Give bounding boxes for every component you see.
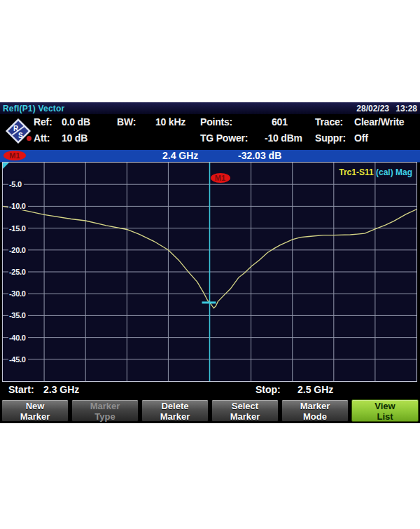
softkey-marker-mode[interactable]: MarkerMode	[281, 399, 349, 422]
softkey-label-line2: Mode	[282, 411, 348, 422]
softkey-new-marker[interactable]: NewMarker	[1, 399, 69, 422]
stop-label: Stop:	[255, 384, 281, 395]
bw-value: 10 kHz	[155, 116, 186, 128]
y-tick-label: -30.0	[8, 289, 28, 298]
y-tick-label: -25.0	[8, 268, 28, 276]
softkey-label-line1: Marker	[282, 401, 348, 411]
time-display: 13:28	[396, 104, 417, 114]
y-tick-label: -45.0	[8, 355, 28, 364]
marker-badge: M1	[4, 151, 26, 160]
tg-power-value: -10 dBm	[265, 132, 302, 144]
softkey-label-line2: List	[352, 411, 418, 422]
softkey-label-line2: Marker	[2, 411, 68, 422]
marker-amplitude: -32.03 dB	[238, 150, 281, 161]
trace-name-yellow: Trc1-S11	[339, 167, 373, 177]
softkey-marker-type[interactable]: MarkerType	[71, 399, 139, 422]
ref-label: Ref:	[34, 116, 52, 128]
start-label: Start:	[8, 384, 34, 395]
ref-level-triangle-icon	[3, 163, 9, 169]
analyzer-screen: Refl(P1) Vector 28/02/23 13:28 R S Ref: …	[0, 102, 420, 423]
points-label: Points:	[200, 116, 232, 128]
marker-readout-bar: M1 2.4 GHz -32.03 dB	[0, 150, 420, 163]
trace-value: Clear/Write	[354, 116, 404, 128]
ref-value: 0.0 dB	[62, 116, 90, 128]
softkey-label-line1: Marker	[72, 401, 138, 411]
title-bar: Refl(P1) Vector 28/02/23 13:28	[0, 102, 420, 114]
marker-frequency: 2.4 GHz	[162, 150, 198, 161]
y-tick-label: -20.0	[8, 246, 28, 254]
y-tick-label: -10.0	[8, 202, 28, 210]
stop-value: 2.5 GHz	[298, 384, 333, 395]
softkey-label-line1: Select	[212, 401, 278, 411]
trace-label: Trace:	[315, 116, 343, 128]
y-tick-label: -5.0	[8, 180, 24, 188]
suppr-label: Suppr:	[315, 132, 346, 144]
sweep-range-row: Start: 2.3 GHz Stop: 2.5 GHz	[0, 382, 420, 398]
start-value: 2.3 GHz	[43, 384, 79, 395]
date-display: 28/02/23	[356, 104, 389, 114]
tg-power-label: TG Power:	[200, 132, 248, 144]
softkey-bar: NewMarkerMarkerTypeDeleteMarkerSelectMar…	[0, 398, 420, 423]
points-value: 601	[272, 116, 288, 128]
trace-plot[interactable]: -5.0-10.0-15.0-20.0-25.0-30.0-35.0-40.0-…	[2, 162, 417, 382]
measurement-title: Refl(P1) Vector	[3, 104, 64, 114]
softkey-view-list[interactable]: ViewList	[351, 399, 419, 422]
y-tick-label: -35.0	[8, 311, 28, 320]
rs-logo-icon: R S	[4, 116, 32, 146]
trace-name-cyan: (cal) Mag	[374, 167, 412, 177]
y-tick-label: -15.0	[8, 224, 28, 232]
softkey-label-line1: New	[2, 401, 68, 411]
softkey-label-line2: Marker	[142, 411, 208, 422]
softkey-delete-marker[interactable]: DeleteMarker	[141, 399, 209, 422]
page: Refl(P1) Vector 28/02/23 13:28 R S Ref: …	[0, 0, 420, 529]
marker-flag[interactable]: M1	[211, 173, 230, 183]
softkey-label-line1: View	[352, 401, 418, 411]
softkey-label-line2: Marker	[212, 411, 278, 422]
att-indicator-dot	[27, 136, 31, 141]
softkey-label-line2: Type	[72, 411, 138, 422]
svg-text:S: S	[18, 132, 23, 139]
softkey-select-marker[interactable]: SelectMarker	[211, 399, 279, 422]
suppr-value: Off	[354, 132, 368, 144]
bw-label: BW:	[117, 116, 136, 128]
y-tick-label: -40.0	[8, 333, 28, 341]
att-value: 10 dB	[62, 132, 88, 144]
att-label: Att:	[34, 132, 50, 144]
settings-header: R S Ref: 0.0 dB BW: 10 kHz Points: 601 T…	[0, 114, 420, 150]
trace-svg	[3, 163, 416, 381]
trace-name-label: Trc1-S11 (cal) Mag	[339, 167, 412, 177]
softkey-label-line1: Delete	[142, 401, 208, 411]
